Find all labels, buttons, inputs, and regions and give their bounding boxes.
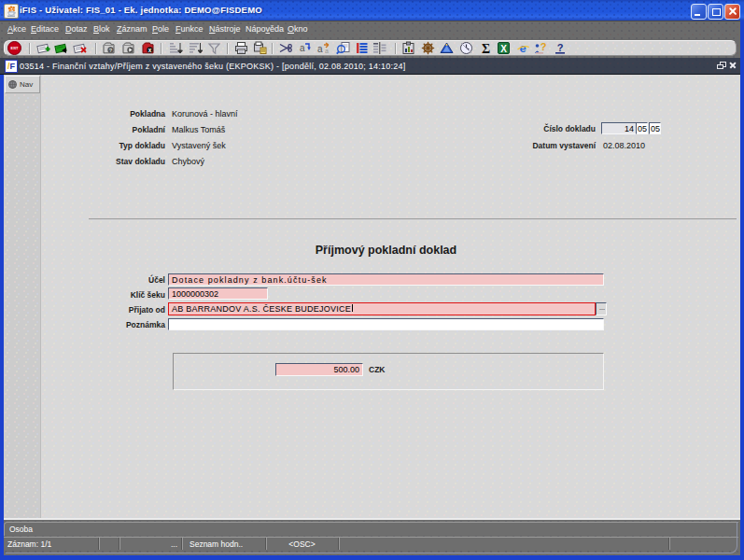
svg-text:a: a (317, 44, 323, 54)
svg-text:?: ? (557, 42, 564, 53)
svg-text:EXIT: EXIT (11, 47, 20, 50)
svg-text:a: a (300, 43, 305, 53)
svg-text:a: a (325, 48, 329, 54)
svg-text:X: X (500, 44, 507, 54)
svg-text:Σ: Σ (482, 42, 490, 56)
svg-text:x: x (148, 47, 152, 53)
svg-text:?: ? (540, 41, 547, 52)
